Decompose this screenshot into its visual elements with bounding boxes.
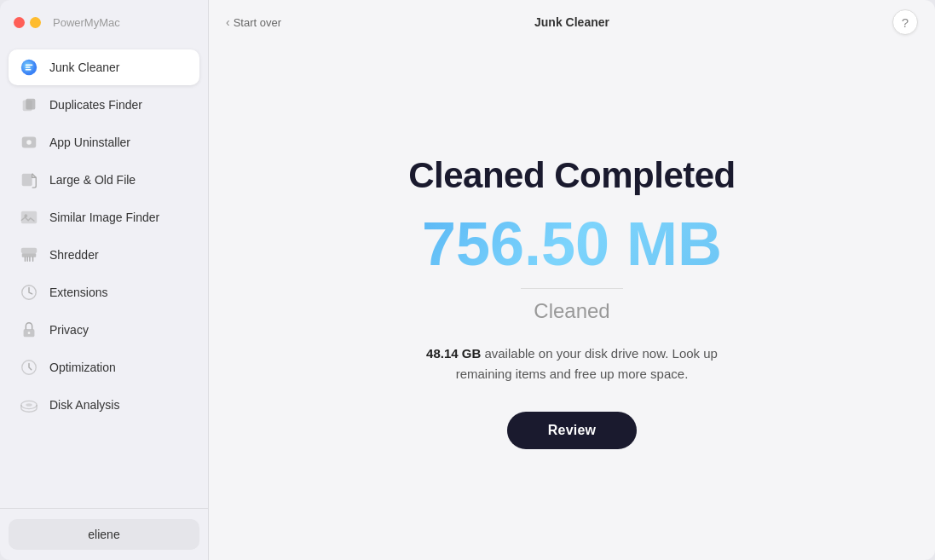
svg-point-15 [26,403,32,407]
cleaned-size-value: 756.50 MB [422,213,722,274]
main-titlebar: ‹ Start over Junk Cleaner ? [209,0,935,44]
sidebar-label-large-old-file: Large & Old File [49,173,136,187]
sidebar-item-app-uninstaller[interactable]: App Uninstaller [9,124,199,160]
cleaned-completed-heading: Cleaned Completed [408,155,736,196]
sidebar-item-junk-cleaner[interactable]: Junk Cleaner [9,49,199,85]
user-button[interactable]: eliene [9,519,199,550]
sidebar-label-similar-image-finder: Similar Image Finder [49,211,159,224]
traffic-lights [14,17,41,28]
sidebar-label-disk-analysis: Disk Analysis [49,398,119,412]
back-chevron-icon: ‹ [226,15,230,29]
sidebar-item-large-old-file[interactable]: Large & Old File [9,162,199,198]
svg-rect-5 [22,174,32,187]
svg-rect-2 [26,99,35,110]
disk-gb-value: 48.14 GB [426,346,481,361]
sidebar-item-optimization[interactable]: Optimization [9,349,199,385]
large-old-file-icon [19,170,39,190]
page-title: Junk Cleaner [534,15,609,29]
sidebar-footer: eliene [0,508,208,560]
shredder-icon [19,245,39,265]
sidebar-label-app-uninstaller: App Uninstaller [49,136,130,149]
svg-rect-8 [22,253,37,257]
main-content: ‹ Start over Junk Cleaner ? Cleaned Comp… [209,0,935,560]
sidebar: PowerMyMac Junk Cleaner [0,0,209,560]
similar-image-finder-icon [19,207,39,228]
disk-info-text: 48.14 GB available on your disk drive no… [410,344,734,384]
sidebar-item-shredder[interactable]: Shredder [9,237,199,273]
sidebar-item-similar-image-finder[interactable]: Similar Image Finder [9,199,199,235]
disk-analysis-icon [19,395,39,415]
disk-info-suffix: available on your disk drive now. Look u… [456,346,718,381]
extensions-icon [19,282,39,303]
close-button[interactable] [14,17,25,28]
cleaned-label: Cleaned [534,299,609,323]
back-button[interactable]: ‹ Start over [226,15,281,29]
divider [521,288,623,289]
sidebar-item-extensions[interactable]: Extensions [9,274,199,310]
main-body: Cleaned Completed 756.50 MB Cleaned 48.1… [209,44,935,560]
sidebar-nav: Junk Cleaner Duplicates Finder App Unins… [0,44,208,508]
sidebar-item-duplicates-finder[interactable]: Duplicates Finder [9,87,199,123]
optimization-icon [19,357,39,378]
svg-rect-6 [21,211,37,224]
app-name: PowerMyMac [53,16,120,29]
sidebar-label-privacy: Privacy [49,323,89,337]
sidebar-label-shredder: Shredder [49,248,99,262]
minimize-button[interactable] [30,17,41,28]
duplicates-finder-icon [19,95,39,115]
privacy-icon [19,320,39,340]
sidebar-item-privacy[interactable]: Privacy [9,312,199,348]
junk-cleaner-icon [19,57,39,78]
help-button[interactable]: ? [892,9,918,35]
sidebar-label-optimization: Optimization [49,361,116,374]
svg-point-4 [26,140,32,145]
sidebar-label-junk-cleaner: Junk Cleaner [49,61,120,74]
sidebar-item-disk-analysis[interactable]: Disk Analysis [9,387,199,423]
svg-point-12 [28,332,31,334]
app-uninstaller-icon [19,132,39,153]
sidebar-label-extensions: Extensions [49,286,107,299]
back-label: Start over [234,16,281,29]
svg-rect-9 [21,248,37,253]
sidebar-label-duplicates-finder: Duplicates Finder [49,98,142,112]
sidebar-titlebar: PowerMyMac [0,0,208,44]
review-button[interactable]: Review [507,412,637,449]
